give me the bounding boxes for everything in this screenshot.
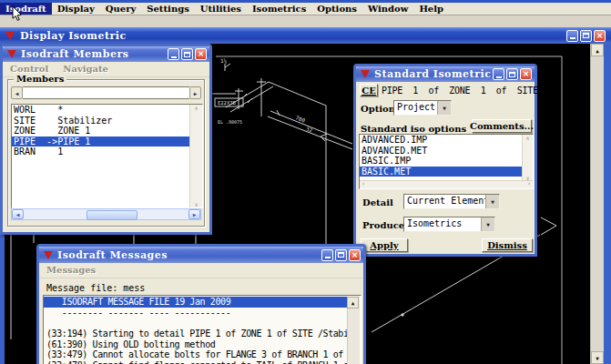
message-line[interactable]: (33:194) Starting to detail PIPE 1 of ZO… [44,329,348,339]
close-button[interactable] [520,68,532,80]
maximize-button[interactable] [181,48,193,60]
window-logo-icon [361,70,370,78]
produce-dropdown[interactable]: Isometrics [403,217,495,232]
menu-item-query[interactable]: Query [100,3,141,15]
window-border-right [604,44,611,364]
display-isometric-titlebar[interactable]: Display Isometric [0,27,611,44]
members-list-rows: WORL *SITE StabilizerZONE ZONE 1PIPE ->P… [12,105,190,207]
chevron-down-icon[interactable] [485,195,499,208]
maximize-button[interactable] [506,68,518,80]
chevron-down-icon[interactable] [437,101,451,115]
menu-item-isodraft[interactable]: Isodraft [0,3,52,15]
iso-options-label: Standard iso options [361,124,466,134]
menu-bar: IsodraftDisplayQuerySettingsUtilitiesIso… [0,3,611,15]
display-window-title: Display Isometric [20,30,565,42]
messages-menu-row: Messages [39,263,363,278]
members-list-hscrollbar[interactable] [11,208,201,220]
messages-text-area[interactable]: ISODRAFT MESSAGE FILE 19 Jan 2009 ------… [43,295,362,364]
produce-label: Produce [362,220,404,230]
maximize-button[interactable] [335,249,347,261]
members-titlebar[interactable]: Isodraft Members [3,46,209,62]
maximize-button[interactable] [580,30,592,42]
messages-vscrollbar[interactable] [347,297,360,364]
minimize-button[interactable] [168,48,179,60]
detail-dropdown-value: Current Element [404,195,485,208]
message-line[interactable] [44,318,348,329]
comments-button[interactable]: Comments... [472,119,532,133]
members-groupbox: Members WORL *SITE StabilizerZONE ZONE 1… [7,79,205,227]
message-line[interactable]: (61:390) Using OLD bolting method [44,339,348,350]
options-dropdown[interactable]: Project [393,100,452,116]
iso-option-item[interactable]: BASIC.MET [360,167,523,177]
nav-left-button[interactable] [11,86,23,99]
chevron-down-icon[interactable] [481,217,494,231]
minimize-button[interactable] [493,68,504,80]
messages-lines: ISODRAFT MESSAGE FILE 19 Jan 2009 ------… [44,297,348,364]
scroll-down-icon[interactable] [195,201,199,207]
members-listbox[interactable]: WORL *SITE StabilizerZONE ZONE 1PIPE ->P… [11,104,203,208]
mouse-cursor-icon [12,5,23,22]
detail-label: Detail [362,197,393,207]
elevation-label: EL .98075 [218,119,242,125]
isodraft-messages-window: Isodraft Messages Messages Message file:… [36,244,366,364]
ce-button[interactable]: CE [360,84,378,96]
iso-option-item[interactable]: ADVANCED.IMP [360,135,523,146]
minimize-button[interactable] [566,30,578,42]
scroll-left-button[interactable] [12,209,24,219]
minimize-button[interactable] [321,249,333,261]
menu-item-help[interactable]: Help [413,3,449,15]
menu-item-navigate[interactable]: Navigate [63,64,108,75]
scroll-up-icon[interactable] [195,105,199,111]
message-file-label: Message file: mess [46,283,145,293]
options-dropdown-value: Project [394,101,437,115]
members-group-label: Members [14,74,66,84]
iso-option-item[interactable]: ADVANCED.MET [360,146,523,157]
iso-options-vscrollbar[interactable] [522,135,533,181]
isodraft-members-window: Isodraft Members ControlNavigate Members… [0,44,212,235]
dismiss-button[interactable]: Dismiss [482,238,533,252]
members-list-item[interactable]: WORL * [12,105,190,116]
scroll-left-icon[interactable] [362,181,365,188]
apply-button[interactable]: Apply [361,238,408,252]
scroll-up-icon[interactable] [526,135,530,141]
nav-right-button[interactable] [189,86,201,99]
dimension-label-700: 700 [295,114,307,124]
members-list-item[interactable]: ZONE ZONE 1 [12,126,190,136]
iso-options-listbox[interactable]: ADVANCED.IMPADVANCED.METBASIC.IMPBASIC.M… [359,134,534,189]
message-line[interactable]: -------- ------- ---- ----------- [44,308,348,318]
members-window-title: Isodraft Members [21,48,166,60]
scroll-right-button[interactable] [188,209,200,219]
menu-item-isometrics[interactable]: Isometrics [247,3,311,15]
message-line[interactable]: (33:479) Cannot allocate bolts for FLANG… [44,349,348,360]
menu-item-window[interactable]: Window [362,3,413,15]
detail-dropdown[interactable]: Current Element [403,194,500,209]
scroll-down-button[interactable] [591,351,604,364]
scroll-up-button[interactable] [591,44,604,56]
members-nav-row [11,86,201,99]
scroll-right-icon[interactable] [527,181,531,188]
scrollbar-thumb[interactable] [87,210,137,220]
menu-item-options[interactable]: Options [311,3,362,15]
members-list-item[interactable]: BRAN 1 [12,147,190,157]
iso-options-hscrollbar[interactable] [360,180,533,188]
messages-window-title: Isodraft Messages [57,249,320,261]
members-filter-input[interactable] [23,86,189,99]
scroll-up-button[interactable] [347,297,359,308]
close-button[interactable] [349,249,361,261]
menu-item-utilities[interactable]: Utilities [195,3,247,15]
menu-item-settings[interactable]: Settings [141,3,195,15]
members-list-item[interactable]: PIPE ->PIPE 1 [12,136,190,147]
message-line[interactable]: ISODRAFT MESSAGE FILE 19 Jan 2009 [44,297,348,308]
standard-window-title: Standard Isometric [374,68,491,80]
messages-titlebar[interactable]: Isodraft Messages [39,247,363,263]
members-list-vscrollbar[interactable] [189,105,202,207]
members-list-item[interactable]: SITE Stabilizer [12,116,190,126]
menu-item-display[interactable]: Display [52,3,100,15]
standard-titlebar[interactable]: Standard Isometric [356,66,535,82]
canvas-vertical-scrollbar[interactable] [590,44,604,364]
message-line[interactable]: (33:478) Cannot find flange connected to… [44,360,348,364]
close-button[interactable] [195,48,207,60]
iso-option-item[interactable]: BASIC.IMP [360,156,523,167]
close-button[interactable] [594,30,606,42]
menu-item-messages[interactable]: Messages [46,265,96,276]
